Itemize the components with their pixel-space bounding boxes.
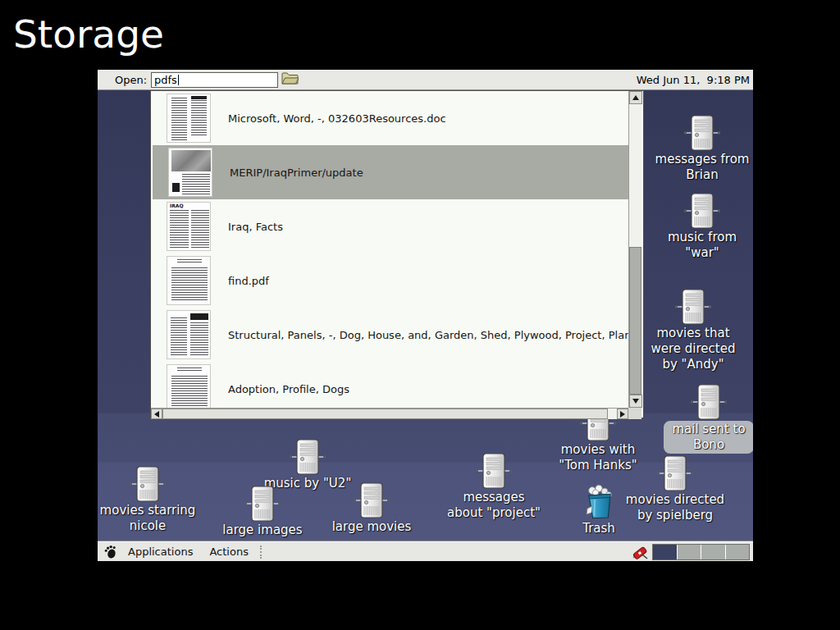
result-file-name: Microsoft, Word, -, 032603Resources.doc: [228, 112, 446, 125]
file-thumbnail: [167, 256, 211, 305]
desktop-icon-label: large movies: [332, 519, 412, 535]
trash-icon: [581, 484, 617, 520]
arrow-down-icon: [632, 399, 639, 404]
storage-device-icon: [684, 115, 720, 151]
workspace-3[interactable]: [701, 545, 726, 559]
scroll-right-button[interactable]: [617, 409, 628, 419]
desktop-icon-label: messages fromBrian: [655, 152, 750, 183]
result-file-name: Adoption, Profile, Dogs: [228, 383, 349, 395]
folder-icon: [281, 75, 299, 88]
arrow-up-icon: [632, 95, 639, 100]
workspace-2[interactable]: [678, 545, 702, 559]
bottom-panel: Applications Actions: [98, 541, 753, 561]
scroll-left-button[interactable]: [151, 409, 162, 419]
knife-applet-icon[interactable]: [631, 544, 649, 560]
desktop-icon-label: messagesabout "project": [447, 490, 541, 521]
result-file-name: Iraq, Facts: [228, 221, 283, 233]
search-results-dropdown: Microsoft, Word, -, 032603Resources.docM…: [150, 90, 644, 418]
result-file-name: find.pdf: [228, 275, 269, 287]
desktop: Open: pdfs Wed Jun 11, 9:18 PM Microsoft…: [98, 70, 753, 561]
desktop-icon-movies-starring-nicole[interactable]: movies starringnicole: [98, 466, 209, 534]
result-file-name: Structural, Panels, -, Dog, House, and, …: [228, 329, 628, 341]
storage-device-icon: [130, 466, 166, 502]
results-list: Microsoft, Word, -, 032603Resources.docM…: [151, 91, 628, 408]
storage-device-icon: [476, 453, 512, 489]
workspace-4[interactable]: [726, 545, 750, 559]
storage-device-icon: [691, 384, 727, 420]
result-file-name: MERIP/IraqPrimer/update: [230, 167, 363, 179]
vertical-scrollbar[interactable]: [628, 91, 641, 408]
result-row[interactable]: Microsoft, Word, -, 032603Resources.doc: [151, 91, 628, 145]
storage-device-icon: [684, 193, 720, 229]
workspace-switcher[interactable]: [652, 544, 750, 560]
panel-clock: Wed Jun 11, 9:18 PM: [637, 74, 750, 86]
horizontal-scrollbar-thumb[interactable]: [162, 409, 608, 419]
desktop-icon-messages-from-brian[interactable]: messages fromBrian: [641, 115, 753, 183]
storage-device-icon: [657, 455, 693, 491]
file-thumbnail: [168, 148, 212, 197]
file-thumbnail: [167, 310, 211, 359]
arrow-left-icon: [154, 411, 159, 418]
desktop-icon-movies-directed-by-andy[interactable]: movies thatwere directedby "Andy": [632, 289, 753, 372]
file-thumbnail: IRAQ: [167, 202, 211, 251]
scroll-up-button[interactable]: [629, 91, 642, 104]
open-folder-button[interactable]: [281, 71, 299, 88]
vertical-scrollbar-thumb[interactable]: [629, 247, 641, 395]
result-row[interactable]: find.pdf: [151, 253, 628, 308]
text-caret: [178, 75, 179, 85]
desktop-icon-movies-directed-by-spielberg[interactable]: movies directedby spielberg: [614, 455, 737, 523]
scroll-down-button[interactable]: [629, 395, 642, 408]
arrow-right-icon: [620, 411, 625, 418]
page-title: Storage: [13, 11, 164, 57]
desktop-icon-music-from-war[interactable]: music from"war": [641, 193, 753, 261]
menu-applications[interactable]: Applications: [120, 546, 201, 558]
storage-device-icon: [675, 289, 711, 325]
workspace-1[interactable]: [653, 545, 678, 559]
open-input[interactable]: pdfs: [151, 72, 278, 88]
desktop-icon-label: movies directedby spielberg: [626, 492, 724, 523]
desktop-icon-label: mail sent toBono: [664, 421, 753, 454]
menu-actions[interactable]: Actions: [201, 546, 257, 558]
gnome-foot-icon[interactable]: [103, 545, 118, 559]
storage-device-icon: [354, 482, 390, 518]
open-field-label: Open:: [115, 74, 147, 86]
file-thumbnail: [167, 364, 211, 408]
desktop-icon-label: movies starringnicole: [100, 503, 196, 534]
open-input-value: pdfs: [154, 74, 177, 86]
result-row[interactable]: Adoption, Profile, Dogs: [151, 362, 628, 408]
result-row[interactable]: IRAQIraq, Facts: [151, 199, 628, 253]
desktop-icon-large-movies[interactable]: large movies: [310, 482, 433, 535]
desktop-icon-label: music from"war": [668, 230, 737, 261]
desktop-icon-label: movies thatwere directedby "Andy": [651, 326, 736, 372]
storage-device-icon: [290, 439, 326, 475]
desktop-icon-mail-sent-to-bono[interactable]: mail sent toBono: [647, 384, 753, 454]
panel-drag-handle[interactable]: [260, 546, 263, 559]
desktop-icon-label: Trash: [582, 521, 615, 536]
result-row[interactable]: MERIP/IraqPrimer/update: [151, 145, 628, 199]
desktop-icon-large-images[interactable]: large images: [201, 486, 324, 538]
scrollbar-corner: [628, 408, 641, 419]
storage-device-icon: [244, 486, 281, 522]
desktop-icon-label: large images: [222, 523, 302, 538]
result-row[interactable]: Structural, Panels, -, Dog, House, and, …: [151, 308, 628, 362]
open-bar: Open: pdfs Wed Jun 11, 9:18 PM: [98, 70, 753, 90]
horizontal-scrollbar[interactable]: [151, 408, 628, 419]
file-thumbnail: [167, 94, 211, 143]
